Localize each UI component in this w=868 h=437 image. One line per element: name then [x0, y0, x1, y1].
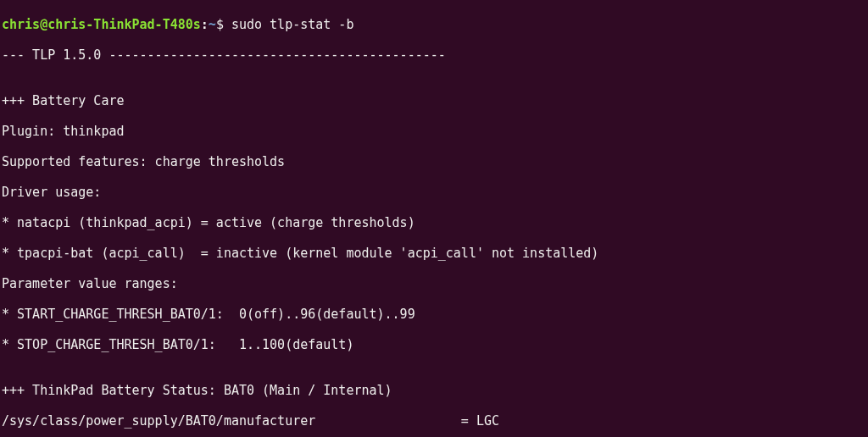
output-line: Plugin: thinkpad: [2, 124, 866, 139]
output-line: Parameter value ranges:: [2, 276, 866, 291]
output-line: +++ ThinkPad Battery Status: BAT0 (Main …: [2, 383, 866, 398]
output-line: Supported features: charge thresholds: [2, 154, 866, 169]
prompt-path: ~: [209, 17, 216, 32]
prompt-line: chris@chris-ThinkPad-T480s:~$ sudo tlp-s…: [2, 17, 866, 32]
prompt-colon: :: [201, 17, 209, 32]
prompt-user: chris: [2, 17, 40, 32]
prompt-at: @: [40, 17, 47, 32]
output-line: * tpacpi-bat (acpi_call) = inactive (ker…: [2, 246, 866, 261]
output-line: --- TLP 1.5.0 --------------------------…: [2, 47, 866, 63]
output-line: /sys/class/power_supply/BAT0/manufacture…: [2, 413, 866, 429]
output-line: * STOP_CHARGE_THRESH_BAT0/1: 1..100(defa…: [2, 337, 866, 352]
prompt-sep: $: [216, 17, 224, 32]
output-line: * START_CHARGE_THRESH_BAT0/1: 0(off)..96…: [2, 307, 866, 322]
prompt-host: chris-ThinkPad-T480s: [47, 17, 201, 32]
terminal[interactable]: chris@chris-ThinkPad-T480s:~$ sudo tlp-s…: [0, 0, 868, 437]
output-line: Driver usage:: [2, 185, 866, 200]
output-line: * natacpi (thinkpad_acpi) = active (char…: [2, 215, 866, 230]
output-line: +++ Battery Care: [2, 93, 866, 108]
command-text: sudo tlp-stat -b: [231, 17, 354, 32]
